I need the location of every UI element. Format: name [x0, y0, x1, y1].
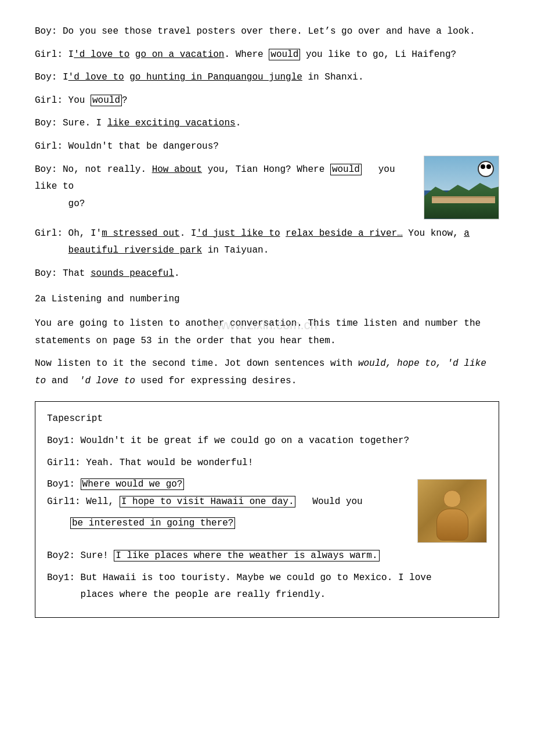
- dialogue-line-9: Boy: That sounds peaceful.: [35, 265, 499, 283]
- line3-underline1: 'd love to: [68, 72, 124, 82]
- line8-underline3: relax beside a river…: [286, 228, 403, 239]
- buddha-image: [417, 479, 487, 543]
- great-wall-image: [424, 156, 499, 219]
- italic2: to: [35, 376, 46, 386]
- line8-underline1: m stressed out: [102, 228, 179, 239]
- section-2a-para2: Now listen to it the second time. Jot do…: [35, 355, 499, 390]
- line4-box: would: [91, 95, 122, 106]
- dialogue-line-7: Boy: No, not really. How about you, Tian…: [35, 161, 499, 219]
- tapescript-line-2: Girl1: Yeah. That would be wonderful!: [47, 455, 487, 472]
- line8-underline2: 'd just like to: [196, 228, 280, 239]
- line2-p1: Girl: I: [35, 49, 74, 60]
- dialogue-line-3: Boy: I'd love to go hunting in Panquango…: [35, 69, 499, 87]
- great-wall-graphic: [424, 156, 499, 219]
- section-2a-para1: You are going to listen to another conve…: [35, 315, 499, 350]
- box-hope-hawaii: I hope to visit Hawaii one day.: [120, 496, 296, 507]
- page-content: www.zixin.com.cn Boy: Do you see those t…: [35, 23, 499, 618]
- dialogue-line-2: Girl: I'd love to go on a vacation. Wher…: [35, 46, 499, 64]
- box-warm-weather: I like places where the weather is alway…: [114, 550, 379, 561]
- tapescript-line-5: Boy2: Sure! I like places where the weat…: [47, 548, 487, 565]
- buddha-graphic: [432, 490, 472, 542]
- line2-underline2: go on a vacation: [135, 49, 225, 60]
- dialogue-line-1: Boy: Do you see those travel posters ove…: [35, 23, 499, 41]
- gw-wall: [432, 196, 495, 203]
- tapescript-line-1: Boy1: Wouldn't it be great if we could g…: [47, 433, 487, 450]
- dialogue-line-6: Girl: Wouldn't that be dangerous?: [35, 138, 499, 156]
- buddha-head: [443, 490, 461, 507]
- dialogue-line-8: Girl: Oh, I'm stressed out. I'd just lik…: [35, 225, 499, 260]
- line7-underline: How about: [152, 164, 202, 175]
- line2-underline1: 'd love to: [74, 49, 129, 60]
- line1-text: Boy: Do you see those travel posters ove…: [35, 26, 475, 37]
- tapescript-header: Tapescript: [47, 411, 487, 428]
- section-2a-header: 2a Listening and numbering: [35, 291, 499, 308]
- box-where-would: Where would we go?: [81, 478, 185, 490]
- box-interested: be interested in going there?: [70, 517, 235, 529]
- buddha-body: [436, 509, 468, 541]
- gw-panda: [478, 161, 494, 177]
- line2-box1: would: [269, 49, 300, 60]
- line8-underline4: a: [464, 228, 470, 239]
- tapescript-line-6: Boy1: But Hawaii is too touristy. Maybe …: [47, 570, 487, 604]
- dialogue-line-5: Boy: Sure. I like exciting vacations.: [35, 115, 499, 132]
- tapescript-box: Tapescript Boy1: Wouldn't it be great if…: [35, 401, 499, 618]
- italic1: would, hope to, 'd like: [358, 358, 486, 369]
- dialogue-line-4: Girl: You would?: [35, 92, 499, 110]
- line9-underline: sounds peaceful: [91, 268, 174, 279]
- italic3: 'd love to: [80, 376, 135, 386]
- line5-underline: like exciting vacations: [107, 118, 236, 128]
- tapescript-line-3-4: Boy1: Where would we go? Girl1: Well, I …: [47, 476, 487, 543]
- line3-underline2: go hunting in Panquangou jungle: [129, 72, 302, 82]
- line8-underline5: beautiful riverside park: [68, 245, 202, 255]
- line7-box: would: [330, 164, 362, 175]
